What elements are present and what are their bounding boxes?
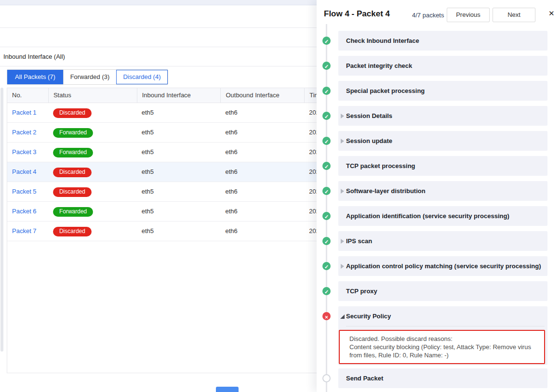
- table-row: Packet 7 Discarded eth5 eth6 2023: [7, 222, 317, 241]
- step-ips-scan[interactable]: IPS scan: [338, 231, 547, 251]
- table-row: Packet 5 Discarded eth5 eth6 2023: [7, 182, 317, 202]
- outbound-interface-cell: eth6: [220, 123, 304, 142]
- packet-link[interactable]: Packet 5: [12, 188, 37, 195]
- status-badge: Discarded: [53, 168, 92, 177]
- tab-discarded[interactable]: Discarded (4): [116, 70, 168, 84]
- packet-link[interactable]: Packet 1: [12, 109, 37, 116]
- expander-collapsed-icon[interactable]: [341, 114, 344, 118]
- step-done-icon: [322, 287, 331, 295]
- table-row-selected: Packet 4 Discarded eth5 eth6 2023: [7, 162, 317, 182]
- time-cell: 2023: [304, 202, 317, 221]
- step-send-packet[interactable]: Send Packet: [338, 368, 547, 388]
- app-root: { "colors": { "accent_blue": "#2b6ce4", …: [0, 0, 560, 392]
- table-row: Packet 6 Forwarded eth5 eth6 2023: [7, 202, 317, 222]
- inbound-interface-cell: eth5: [137, 123, 221, 142]
- table-row: Packet 1 Discarded eth5 eth6 2023: [7, 103, 317, 123]
- table-row: Packet 2 Forwarded eth5 eth6 2023: [7, 123, 317, 143]
- next-button[interactable]: Next: [493, 8, 535, 22]
- column-header-no: No.: [7, 88, 48, 103]
- outbound-interface-cell: eth6: [220, 103, 304, 122]
- scrollbar-thumb[interactable]: [0, 88, 3, 352]
- expander-expanded-icon[interactable]: [340, 314, 345, 319]
- step-security-policy: Security Policy Discarded. Possible disc…: [338, 306, 547, 365]
- packet-table-header: No. Status Inbound Interface Outbound In…: [7, 88, 317, 103]
- dialog-bottom-button[interactable]: [216, 387, 239, 392]
- step-tcp-packet-processing[interactable]: TCP packet processing: [338, 156, 547, 176]
- step-application-identification[interactable]: Application identification (service secu…: [338, 206, 547, 226]
- inbound-interface-cell: eth5: [137, 222, 221, 241]
- outbound-interface-cell: eth6: [220, 222, 304, 241]
- step-check-inbound-interface[interactable]: Check Inbound Interface: [338, 31, 547, 51]
- step-done-icon: [322, 37, 331, 45]
- time-cell: 2023: [304, 103, 317, 122]
- step-session-update[interactable]: Session update: [338, 131, 547, 151]
- step-done-icon: [322, 62, 331, 70]
- step-tcp-proxy[interactable]: TCP proxy: [338, 281, 547, 301]
- step-session-details[interactable]: Session Details: [338, 106, 547, 126]
- step-done-icon: [322, 237, 331, 245]
- packet-link[interactable]: Packet 6: [12, 208, 37, 215]
- step-done-icon: [322, 187, 331, 195]
- step-done-icon: [322, 112, 331, 120]
- status-badge: Forwarded: [53, 128, 93, 138]
- inbound-interface-cell: eth5: [137, 202, 221, 221]
- outbound-interface-cell: eth6: [220, 162, 304, 182]
- outbound-interface-cell: eth6: [220, 182, 304, 201]
- step-done-icon: [322, 212, 331, 220]
- packet-counter: 4/7 packets: [412, 12, 444, 19]
- status-badge: Discarded: [53, 227, 92, 236]
- step-done-icon: [322, 162, 331, 170]
- divider: [0, 27, 317, 28]
- table-row: Packet 3 Forwarded eth5 eth6 2023: [7, 143, 317, 162]
- main-content-region: Inbound Interface (All) All Packets (7) …: [0, 0, 317, 392]
- step-application-control-policy-matching[interactable]: Application control policy matching (ser…: [338, 256, 547, 276]
- inbound-interface-cell: eth5: [137, 182, 221, 201]
- discard-reason-line: Discarded. Possible discard reasons:: [349, 335, 534, 343]
- discard-reason-line: Content security blocking (Policy: test,…: [349, 343, 534, 359]
- expander-collapsed-icon[interactable]: [341, 239, 344, 244]
- tab-all-packets[interactable]: All Packets (7): [7, 70, 63, 84]
- packet-link[interactable]: Packet 7: [12, 227, 37, 235]
- top-bar: [0, 0, 317, 5]
- status-badge: Forwarded: [53, 148, 93, 157]
- tab-forwarded[interactable]: Forwarded (3): [63, 70, 116, 84]
- inbound-interface-cell: eth5: [137, 143, 221, 162]
- status-badge: Discarded: [53, 187, 92, 197]
- packet-link[interactable]: Packet 4: [12, 168, 37, 175]
- step-done-icon: [322, 262, 331, 270]
- inbound-interface-cell: eth5: [137, 103, 221, 122]
- packet-link[interactable]: Packet 2: [12, 129, 37, 136]
- discard-reason-box: Discarded. Possible discard reasons: Con…: [339, 330, 545, 364]
- column-header-status: Status: [48, 88, 137, 103]
- stepper-connector-line: [326, 24, 327, 392]
- column-header-inbound: Inbound Interface: [137, 88, 221, 103]
- step-pending-icon: [322, 374, 331, 382]
- step-software-layer-distribution[interactable]: Software-layer distribution: [338, 181, 547, 201]
- time-cell: 2023: [304, 222, 317, 241]
- expander-collapsed-icon[interactable]: [341, 264, 344, 269]
- previous-button[interactable]: Previous: [447, 8, 490, 22]
- column-header-time: Time: [304, 88, 317, 103]
- status-badge: Forwarded: [53, 207, 93, 217]
- time-cell: 2023: [304, 143, 317, 162]
- outbound-interface-cell: eth6: [220, 143, 304, 162]
- security-policy-header[interactable]: Security Policy: [338, 306, 547, 326]
- time-cell: 2023: [304, 123, 317, 142]
- expander-collapsed-icon[interactable]: [341, 189, 344, 194]
- panel-title: Flow 4 - Packet 4: [324, 9, 390, 19]
- packet-table: No. Status Inbound Interface Outbound In…: [7, 88, 317, 373]
- divider: [0, 47, 317, 47]
- inbound-interface-filter-label: Inbound Interface (All): [3, 53, 65, 60]
- status-badge: Discarded: [53, 108, 92, 118]
- packet-filter-tabs: All Packets (7) Forwarded (3) Discarded …: [7, 69, 168, 85]
- inbound-interface-cell: eth5: [137, 162, 221, 182]
- step-special-packet-processing[interactable]: Special packet processing: [338, 81, 547, 101]
- close-icon[interactable]: [548, 9, 557, 18]
- time-cell: 2023: [304, 162, 317, 182]
- expander-collapsed-icon[interactable]: [341, 139, 344, 144]
- packet-link[interactable]: Packet 3: [12, 148, 37, 156]
- outbound-interface-cell: eth6: [220, 202, 304, 221]
- step-done-icon: [322, 137, 331, 145]
- step-packet-integrity-check[interactable]: Packet integrity check: [338, 56, 547, 76]
- column-header-outbound: Outbound Interface: [220, 88, 304, 103]
